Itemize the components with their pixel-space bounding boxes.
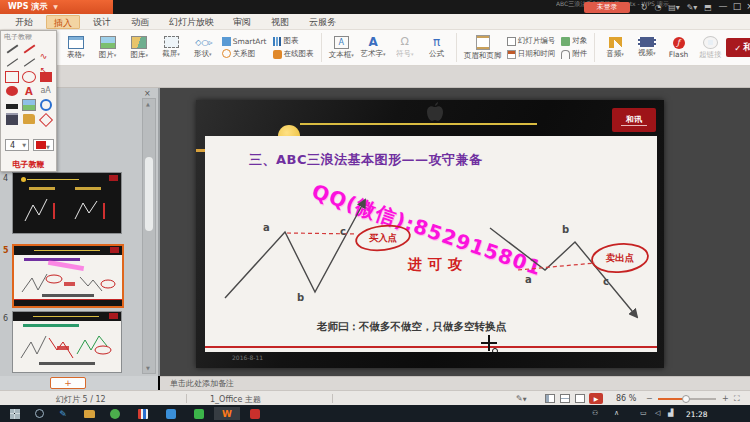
pen-color-dropdown[interactable]: ▼ [33, 139, 54, 151]
screenshot-button[interactable]: 截屏▾ [155, 30, 187, 65]
insert-flash-button[interactable]: ƒ Flash [663, 30, 695, 65]
slide-thumbnail-6[interactable] [12, 311, 122, 373]
scrollbar-thumb[interactable] [145, 157, 153, 231]
slide-editor-canvas[interactable]: 和讯 三、ABC三浪法基本图形——攻守兼备 QQ(微信):852915801 [160, 88, 750, 376]
zoom-in-icon[interactable]: + [722, 394, 729, 403]
browser-360-button[interactable] [104, 407, 126, 420]
pencil-tool-icon[interactable] [6, 44, 18, 54]
save-tool-icon[interactable] [6, 113, 18, 125]
annotate-pen-icon[interactable]: ✎▼ [516, 394, 527, 403]
normal-view-icon[interactable] [545, 394, 555, 403]
login-button[interactable]: 未登录 [584, 2, 630, 13]
tray-user-icon[interactable]: ⚇ [592, 409, 598, 417]
ribbon-layout-icon[interactable]: ▤▾ [666, 2, 682, 13]
menu-tab-insert[interactable]: 插入 [46, 15, 80, 29]
slide-number-button[interactable]: 幻灯片编号 [507, 36, 556, 46]
zoom-slider-track[interactable] [686, 398, 716, 400]
menu-tab-home[interactable]: 开始 [8, 15, 40, 29]
wechat-button[interactable] [188, 407, 210, 420]
notes-placeholder[interactable]: 单击此处添加备注 [160, 376, 750, 390]
pointer-palette[interactable]: 电子教鞭 ∿ ↖ A aA 4▼ ▼ 电子教鞭 [0, 30, 57, 172]
image-tool-icon[interactable] [22, 99, 36, 111]
tray-network-icon[interactable]: ▟ [668, 409, 673, 417]
insert-relation-diagram-button[interactable]: 关系图 [222, 49, 267, 59]
insert-wordart-button[interactable]: A 艺术字▾ [357, 30, 389, 65]
insert-chart-button[interactable]: 图表 [273, 36, 314, 46]
menu-tab-view[interactable]: 视图 [264, 15, 296, 29]
text-tool-icon[interactable]: A [23, 86, 35, 96]
diamond-tool-icon[interactable] [39, 112, 53, 126]
app-menu-button[interactable]: WPS 演示▼ [0, 0, 113, 14]
cortana-button[interactable] [28, 407, 50, 420]
insert-formula-button[interactable]: π 公式 [421, 30, 453, 65]
folder-tool-icon[interactable] [23, 114, 35, 124]
font-size-tool-icon[interactable]: aA [40, 86, 52, 96]
help-icon[interactable]: ◔ [652, 2, 664, 13]
zoom-out-icon[interactable]: − [646, 394, 653, 403]
slide-thumbnail-4[interactable] [12, 172, 122, 234]
arrow-tool-icon[interactable]: ↖ [40, 58, 52, 68]
qq-button[interactable] [160, 407, 182, 420]
maximize-button[interactable]: □ [730, 0, 744, 14]
reading-view-icon[interactable] [575, 394, 585, 403]
slide-5[interactable]: 和讯 三、ABC三浪法基本图形——攻守兼备 QQ(微信):852915801 [196, 100, 664, 368]
menu-tab-review[interactable]: 审阅 [226, 15, 258, 29]
red-app-button[interactable] [244, 407, 266, 420]
scroll-up-icon[interactable]: ▲ [146, 101, 150, 107]
theme-name[interactable]: 1_Office 主题 [210, 394, 261, 405]
thumbnail-scrollbar[interactable]: ▲ ▼ [142, 98, 156, 374]
slide-content-area[interactable]: 三、ABC三浪法基本图形——攻守兼备 QQ(微信):852915801 [205, 136, 657, 352]
menu-tab-slideshow[interactable]: 幻灯片放映 [162, 15, 221, 29]
scroll-down-icon[interactable]: ▼ [146, 365, 150, 371]
header-footer-button[interactable]: 页眉和页脚 [461, 30, 503, 65]
fit-slide-icon[interactable]: ⛶ [734, 394, 740, 404]
hexun-addin-button[interactable]: ✓和讯 [726, 38, 750, 57]
thin-line-tool-icon[interactable] [23, 58, 35, 68]
line-tool-icon[interactable] [6, 58, 18, 68]
slideshow-play-button[interactable]: ▶ [589, 393, 603, 404]
pen-tool-icon[interactable] [23, 44, 35, 54]
menu-tab-design[interactable]: 设计 [86, 15, 118, 29]
insert-audio-button[interactable]: 音频▾ [599, 30, 631, 65]
insert-gallery-button[interactable]: 图库▾ [123, 30, 155, 65]
insert-shape-button[interactable]: ◇○▹ 形状▾ [187, 30, 219, 65]
tray-expand-icon[interactable]: ∧ [614, 409, 619, 417]
tray-volume-icon[interactable]: ◁ [655, 409, 660, 417]
skin-icon[interactable]: ✎▾ [684, 2, 700, 13]
magnifier-tool-icon[interactable] [40, 99, 52, 111]
new-slide-button[interactable]: + [50, 377, 86, 389]
menu-tab-animation[interactable]: 动画 [124, 15, 156, 29]
zoom-slider-thumb[interactable] [682, 395, 690, 403]
insert-object-button[interactable]: 对象 [561, 36, 587, 46]
pen-size-dropdown[interactable]: 4▼ [5, 139, 29, 151]
brush-tool-icon[interactable]: ∿ [40, 44, 52, 54]
insert-smartart-button[interactable]: SmartArt [222, 37, 267, 46]
restore-layout-icon[interactable]: ⬒ [702, 2, 714, 13]
ellipse-tool-icon[interactable] [22, 71, 36, 83]
start-button[interactable] [4, 407, 26, 420]
insert-online-chart-button[interactable]: 在线图表 [273, 49, 314, 59]
insert-table-button[interactable]: 表格▾ [60, 30, 92, 65]
taskbar-clock[interactable]: 21:28 [686, 410, 708, 419]
insert-picture-button[interactable]: 图片▾ [92, 30, 124, 65]
close-button[interactable]: × [744, 0, 750, 14]
close-panel-icon[interactable]: × [144, 89, 151, 98]
wps-taskbar-button-active[interactable]: W [214, 407, 240, 420]
line-width-icon[interactable] [6, 104, 18, 109]
tray-display-icon[interactable]: ▭ [640, 409, 647, 417]
filled-rect-tool-icon[interactable] [40, 72, 52, 82]
insert-attachment-button[interactable]: 附件 [561, 49, 587, 59]
file-explorer-button[interactable] [78, 407, 100, 420]
sync-icon[interactable]: ↻ [638, 2, 650, 13]
insert-textbox-button[interactable]: A 文本框▾ [325, 30, 357, 65]
slide-thumbnail-5-selected[interactable] [12, 244, 124, 308]
minimize-button[interactable]: — [716, 0, 730, 14]
filled-ellipse-tool-icon[interactable] [6, 86, 18, 96]
slide-sorter-view-icon[interactable] [560, 394, 570, 403]
zoom-percent[interactable]: 86 % [616, 394, 636, 403]
insert-video-button[interactable]: 视频▾ [631, 30, 663, 65]
datetime-button[interactable]: 日期和时间 [507, 49, 556, 59]
stock-app-button[interactable] [132, 407, 154, 420]
pen-app-button[interactable]: ✎ [52, 407, 74, 420]
rect-tool-icon[interactable] [5, 71, 19, 83]
